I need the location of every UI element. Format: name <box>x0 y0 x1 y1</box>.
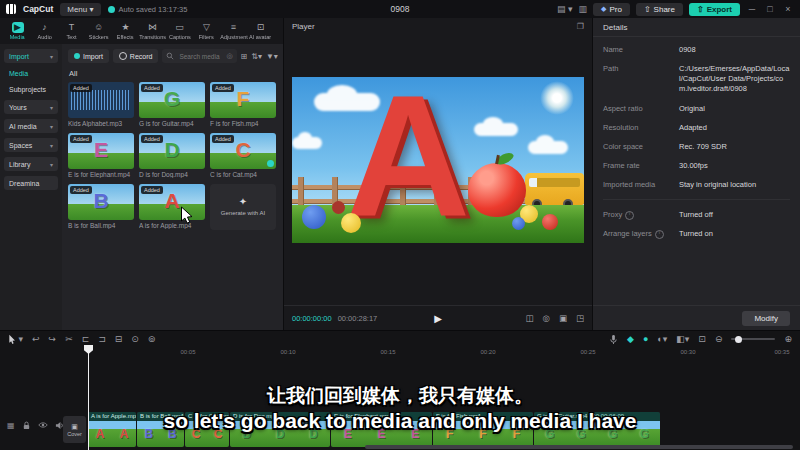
pro-button[interactable]: ◆Pro <box>593 3 630 16</box>
sidebar-item-subprojects[interactable]: Subprojects <box>4 84 58 95</box>
tab-captions[interactable]: ▭Captions <box>166 22 193 40</box>
panel-layout-icon[interactable]: ▥ <box>579 4 588 14</box>
media-item-e[interactable]: EAdded E is for Elephant.mp4 <box>68 133 134 178</box>
zoom-fit-icon[interactable]: ◎ <box>543 313 550 323</box>
generate-with-ai-button[interactable]: ✦ Generate with AI <box>210 184 276 230</box>
cloud <box>528 141 568 154</box>
added-badge: Added <box>70 135 92 143</box>
timeline-ruler[interactable]: 00:05 00:10 00:15 00:20 00:25 00:30 00:3… <box>0 347 800 359</box>
grid-view-icon[interactable]: ⊞ <box>241 52 248 61</box>
record-voiceover-icon[interactable] <box>609 332 618 346</box>
captions-icon: ▭ <box>175 22 184 33</box>
link-preview-icon[interactable]: ● <box>643 332 648 346</box>
share-button[interactable]: ⇧Share <box>636 3 683 16</box>
info-icon <box>655 230 664 239</box>
media-item-c[interactable]: CAdded C is for Cat.mp4 <box>210 133 276 178</box>
undo-icon[interactable]: ↩ <box>32 332 40 346</box>
sidebar-item-import[interactable]: Import▾ <box>4 49 58 63</box>
sidebar-item-spaces[interactable]: Spaces▾ <box>4 138 58 152</box>
layout-switch-icon[interactable]: ▤ ▾ <box>557 4 573 14</box>
trim-left-icon[interactable]: ⊏ <box>82 332 90 346</box>
media-item-f[interactable]: FAdded F is for Fish.mp4 <box>210 82 276 127</box>
tab-text[interactable]: TText <box>58 22 85 40</box>
left-column: ▶Media ♪Audio TText ☺Stickers ★Effects ⋈… <box>0 18 283 330</box>
zoom-out-icon[interactable]: ⊖ <box>715 332 723 346</box>
filter-icon[interactable]: ▼▾ <box>266 52 278 61</box>
record-icon <box>119 52 127 60</box>
mirror-preview-icon[interactable]: ◫ <box>525 313 533 323</box>
tab-adjustment[interactable]: ≡Adjustment <box>220 22 247 40</box>
zoom-in-icon[interactable]: ⊕ <box>784 332 792 346</box>
track-options-icon[interactable]: ◧▾ <box>676 332 689 346</box>
zoom-slider-knob[interactable] <box>735 336 742 343</box>
detail-row-proxy: Proxy Turned off <box>603 210 790 220</box>
crop-icon[interactable]: ⊚ <box>148 332 156 346</box>
ruler-label: 00:20 <box>480 349 495 355</box>
sidebar-item-yours[interactable]: Yours▾ <box>4 100 58 114</box>
modify-button[interactable]: Modify <box>742 311 790 326</box>
preview-axis-icon[interactable]: ◐▾ <box>657 332 667 346</box>
mouse-cursor <box>180 206 194 225</box>
maximize-button[interactable]: □ <box>764 4 776 14</box>
sidebar-item-library[interactable]: Library▾ <box>4 157 58 171</box>
sidebar-item-media[interactable]: Media <box>4 68 58 79</box>
divider <box>603 199 790 200</box>
tab-filters[interactable]: ▽Filters <box>193 22 220 40</box>
media-icon: ▶ <box>12 22 24 33</box>
media-item-audio[interactable]: Added Kids Alphabet.mp3 <box>68 82 134 127</box>
tab-media[interactable]: ▶Media <box>4 22 31 40</box>
search-input[interactable] <box>177 52 223 61</box>
menu-button[interactable]: Menu ▾ <box>60 3 100 16</box>
added-badge: Added <box>212 135 234 143</box>
chevron-down-icon: ▾ <box>50 53 53 60</box>
delete-icon[interactable]: ⊟ <box>115 332 123 346</box>
tab-transitions[interactable]: ⋈Transitions <box>139 22 166 40</box>
export-button[interactable]: ⇧Export <box>689 3 740 16</box>
media-item-d[interactable]: DAdded D is for Dog.mp4 <box>139 133 205 178</box>
timeline-zoom-slider[interactable] <box>731 338 775 340</box>
split-icon[interactable]: ✂ <box>65 332 73 346</box>
close-button[interactable]: × <box>782 4 794 14</box>
section-label-all[interactable]: All <box>69 69 277 78</box>
media-item-g[interactable]: GAdded G is for Guitar.mp4 <box>139 82 205 127</box>
subtitle-line-english: so let's go back to media and only media… <box>0 409 800 433</box>
minimize-button[interactable]: ─ <box>746 4 758 14</box>
quality-icon[interactable]: ▣ <box>559 313 567 323</box>
media-item-b[interactable]: BAdded B is for Ball.mp4 <box>68 184 134 230</box>
tab-ai-avatar[interactable]: ⊡AI avatar <box>247 22 274 40</box>
record-button[interactable]: Record <box>113 49 159 63</box>
video-preview[interactable]: A <box>292 77 584 243</box>
play-button[interactable]: ▶ <box>434 313 442 324</box>
sort-icon[interactable]: ⇅▾ <box>251 52 262 61</box>
timeline-horizontal-scrollbar[interactable] <box>365 445 793 449</box>
waveform-icon <box>71 90 131 110</box>
capcut-window: CapCut Menu ▾ Auto saved 13:17:35 0908 ▤… <box>0 0 800 450</box>
select-tool-icon[interactable]: ▾ <box>8 332 23 346</box>
expand-player-icon[interactable]: ❐ <box>577 22 584 31</box>
added-badge: Added <box>212 84 234 92</box>
app-name: CapCut <box>23 4 53 14</box>
autosave-dot-icon <box>108 6 115 13</box>
current-time[interactable]: 00:00:00:00 <box>292 314 332 323</box>
trim-right-icon[interactable]: ⊐ <box>98 332 106 346</box>
search-box[interactable]: ◎ <box>162 49 236 63</box>
mirror-icon[interactable]: ⊙ <box>131 332 139 346</box>
media-item-a[interactable]: AAdded A is for Apple.mp4 <box>139 184 205 230</box>
import-icon <box>74 53 80 59</box>
chevron-down-icon: ▾ <box>50 161 53 168</box>
fullscreen-icon[interactable]: ◳ <box>576 313 584 323</box>
tab-stickers[interactable]: ☺Stickers <box>85 22 112 40</box>
redo-icon[interactable]: ↪ <box>49 332 57 346</box>
sidebar-item-dreamina[interactable]: Dreamina <box>4 176 58 190</box>
sidebar-item-ai-media[interactable]: AI media▾ <box>4 119 58 133</box>
ball-blue <box>302 205 326 229</box>
detail-row-frame-rate: Frame rate30.00fps <box>603 161 790 171</box>
adjust-tracks-icon[interactable]: ⊡ <box>698 332 706 346</box>
tab-effects[interactable]: ★Effects <box>112 22 139 40</box>
titlebar: CapCut Menu ▾ Auto saved 13:17:35 0908 ▤… <box>0 0 800 18</box>
search-filter-icon[interactable]: ◎ <box>226 52 232 60</box>
tab-audio[interactable]: ♪Audio <box>31 22 58 40</box>
effects-icon: ★ <box>121 22 129 33</box>
snap-icon[interactable]: ◆ <box>627 332 634 346</box>
import-button[interactable]: Import <box>68 49 109 63</box>
